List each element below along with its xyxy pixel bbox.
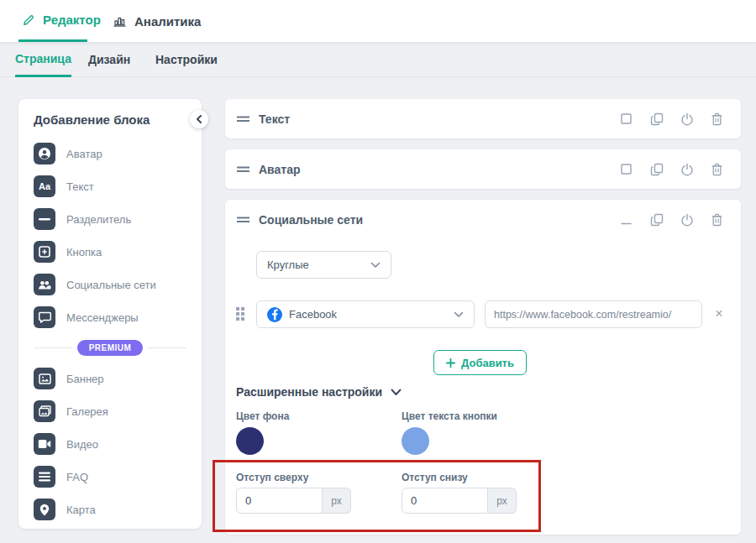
sidebar-item-text[interactable]: Aa Текст [34, 175, 186, 197]
chevron-down-icon [391, 389, 402, 396]
video-icon [34, 433, 55, 455]
gallery-icon [34, 400, 55, 422]
duplicate-icon[interactable] [649, 162, 664, 176]
button-icon [34, 241, 55, 263]
margin-bottom-unit: px [488, 488, 517, 514]
power-icon[interactable] [680, 112, 694, 126]
sidebar-item-label: Текст [66, 180, 94, 193]
margin-top-group: px [236, 488, 351, 514]
block-card-text: Текст [225, 99, 741, 138]
drag-handle-icon[interactable] [236, 115, 250, 123]
add-network-button[interactable]: Добавить [433, 350, 527, 375]
block-title: Аватар [259, 163, 301, 176]
divider-line [148, 347, 186, 348]
premium-badge: PREMIUM [77, 340, 144, 356]
icon-shape-select[interactable]: Круглые [256, 251, 391, 279]
sidebar-item-label: Мессенджеры [66, 311, 139, 324]
social-networks-icon [34, 274, 55, 295]
chevron-down-icon [370, 262, 381, 269]
power-icon[interactable] [680, 212, 694, 227]
block-header: Аватар [225, 149, 741, 189]
sidebar-item-label: Карта [66, 504, 96, 516]
chevron-left-icon [196, 115, 202, 123]
chevron-down-icon [454, 311, 464, 318]
advanced-settings-toggle[interactable]: Расширенные настройки [236, 385, 402, 399]
tab-analytics-label: Аналитика [134, 14, 201, 29]
sidebar-item-messengers[interactable]: Мессенджеры [34, 306, 186, 328]
messengers-icon [34, 306, 55, 328]
remove-network-icon[interactable]: × [711, 305, 727, 322]
block-title: Социальные сети [259, 213, 363, 227]
text-icon: Aa [34, 175, 55, 197]
bg-color-label: Цвет фона [236, 410, 289, 422]
avatar-icon [34, 143, 55, 164]
analytics-chart-icon [113, 14, 127, 28]
margin-top-unit: px [323, 488, 351, 514]
button-text-color-label: Цвет текста кнопки [402, 410, 497, 422]
trash-icon[interactable] [710, 112, 724, 126]
plus-icon [446, 358, 455, 368]
network-select-value: Facebook [289, 308, 337, 321]
tab-design-label: Дизайн [88, 53, 130, 66]
duplicate-icon[interactable] [649, 112, 664, 126]
sidebar-title: Добавление блока [34, 112, 186, 127]
tab-editor[interactable]: Редактор [18, 0, 87, 42]
block-actions [619, 112, 724, 126]
expand-icon[interactable] [619, 112, 633, 126]
block-card-avatar: Аватар [225, 149, 741, 189]
block-header: Социальные сети [225, 200, 741, 239]
tab-analytics[interactable]: Аналитика [109, 0, 204, 42]
sidebar-item-map[interactable]: Карта [34, 499, 186, 520]
sidebar-item-label: Баннер [66, 373, 104, 385]
block-actions [619, 212, 724, 227]
tab-page-label: Страница [15, 52, 71, 65]
block-card-social-networks: Социальные сети Круглые Facebook [225, 200, 741, 535]
network-url-input[interactable] [485, 300, 702, 328]
banner-icon [34, 368, 55, 389]
margin-bottom-group: px [402, 488, 517, 514]
margin-top-input[interactable] [236, 488, 323, 514]
duplicate-icon[interactable] [649, 212, 664, 227]
margin-top-label: Отступ сверху [236, 472, 308, 483]
drag-handle-icon[interactable] [236, 216, 250, 224]
divider-icon [34, 208, 55, 230]
map-icon [34, 499, 55, 520]
sidebar-item-avatar[interactable]: Аватар [34, 143, 186, 164]
sidebar-item-button[interactable]: Кнопка [34, 241, 186, 263]
row-drag-handle-icon[interactable] [236, 307, 246, 321]
network-select[interactable]: Facebook [256, 300, 475, 328]
premium-divider: PREMIUM [34, 339, 186, 356]
sidebar-collapse-button[interactable] [190, 110, 208, 128]
trash-icon[interactable] [710, 212, 724, 227]
blocks-sidebar: Добавление блока Аватар Aa Текст Раздели… [18, 99, 202, 529]
button-text-color-swatch[interactable] [402, 427, 429, 455]
tab-design[interactable]: Дизайн [88, 42, 130, 77]
sidebar-item-social-networks[interactable]: Социальные сети [34, 274, 186, 295]
power-icon[interactable] [680, 162, 694, 176]
sidebar-item-label: Видео [66, 438, 98, 451]
sidebar-item-video[interactable]: Видео [34, 433, 186, 455]
bg-color-swatch[interactable] [236, 427, 264, 455]
sidebar-item-label: Галерея [66, 405, 108, 418]
margin-bottom-input[interactable] [402, 488, 488, 514]
icon-shape-select-value: Круглые [267, 258, 309, 271]
drag-handle-icon[interactable] [236, 165, 250, 174]
margin-bottom-label: Отступ снизу [402, 472, 468, 483]
sidebar-item-banner[interactable]: Баннер [34, 368, 186, 389]
block-header: Текст [225, 99, 741, 138]
tab-page[interactable]: Страница [15, 42, 71, 77]
add-network-button-label: Добавить [461, 357, 514, 369]
trash-icon[interactable] [710, 162, 724, 176]
divider-line [34, 347, 72, 348]
sidebar-item-divider[interactable]: Разделитель [34, 208, 186, 230]
sidebar-item-label: Разделитель [66, 213, 131, 226]
advanced-settings-label: Расширенные настройки [236, 385, 382, 399]
expand-icon[interactable] [619, 162, 633, 176]
sidebar-item-gallery[interactable]: Галерея [34, 400, 186, 422]
pencil-icon [22, 13, 35, 27]
editor-page: Редактор Аналитика Страница Дизайн Настр… [0, 0, 756, 543]
sidebar-item-faq[interactable]: FAQ [34, 466, 186, 488]
tab-settings[interactable]: Настройки [155, 42, 218, 77]
faq-icon [34, 466, 55, 488]
minimize-icon[interactable] [619, 212, 633, 227]
